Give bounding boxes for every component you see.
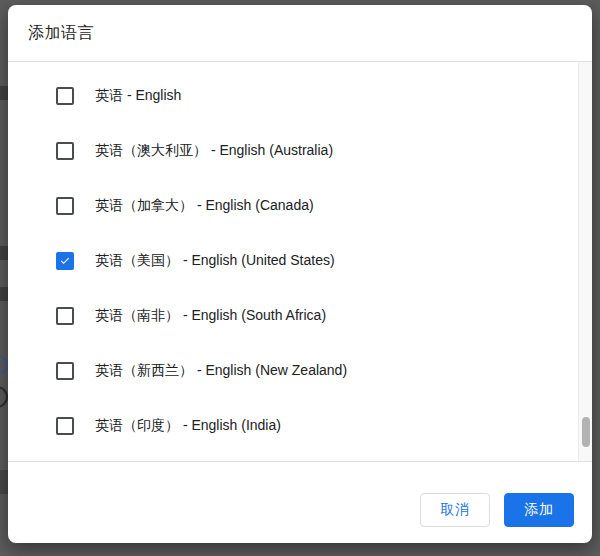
- checkmark-icon: [58, 253, 72, 269]
- language-row[interactable]: 英语（新西兰） - English (New Zealand): [8, 343, 592, 398]
- scrollbar-thumb[interactable]: [582, 417, 590, 447]
- scrollbar-track[interactable]: [578, 62, 592, 461]
- checkbox[interactable]: [56, 417, 74, 435]
- page-background: { "scrim": { "color": "#5d5d5d" }, "dial…: [0, 0, 600, 556]
- language-label: 英语（美国） - English (United States): [95, 252, 335, 270]
- language-row[interactable]: 英语（印度） - English (India): [8, 398, 592, 453]
- checkbox[interactable]: [56, 142, 74, 160]
- dialog-header: 添加语言: [8, 5, 592, 62]
- language-row[interactable]: 英语（加拿大） - English (Canada): [8, 178, 592, 233]
- language-row[interactable]: 英语 - English: [8, 68, 592, 123]
- checkbox[interactable]: [56, 362, 74, 380]
- checkbox[interactable]: [56, 307, 74, 325]
- language-label: 英语 - English: [95, 87, 181, 105]
- language-label: 英语（南非） - English (South Africa): [95, 307, 326, 325]
- language-row[interactable]: 英语（南非） - English (South Africa): [8, 288, 592, 343]
- cancel-button[interactable]: 取消: [420, 493, 490, 527]
- background-feedback-icon: [0, 386, 8, 408]
- dialog-title: 添加语言: [28, 23, 94, 44]
- language-label: 英语（印度） - English (India): [95, 417, 281, 435]
- language-row[interactable]: 英语（澳大利亚） - English (Australia): [8, 123, 592, 178]
- language-list[interactable]: 英语 - English 英语（澳大利亚） - English (Austral…: [8, 62, 592, 462]
- checkbox[interactable]: [56, 252, 74, 270]
- dialog-footer: 取消 添加: [8, 462, 592, 543]
- checkbox[interactable]: [56, 87, 74, 105]
- language-row[interactable]: 英语（美国） - English (United States): [8, 233, 592, 288]
- language-label: 英语（加拿大） - English (Canada): [95, 197, 314, 215]
- language-label: 英语（新西兰） - English (New Zealand): [95, 362, 347, 380]
- add-button[interactable]: 添加: [504, 493, 574, 527]
- background-page-fragment: [0, 470, 8, 494]
- checkbox[interactable]: [56, 197, 74, 215]
- background-help-icon: [0, 355, 8, 375]
- language-label: 英语（澳大利亚） - English (Australia): [95, 142, 333, 160]
- add-language-dialog: 添加语言 英语 - English 英语（澳大利亚） - English (Au…: [8, 5, 592, 543]
